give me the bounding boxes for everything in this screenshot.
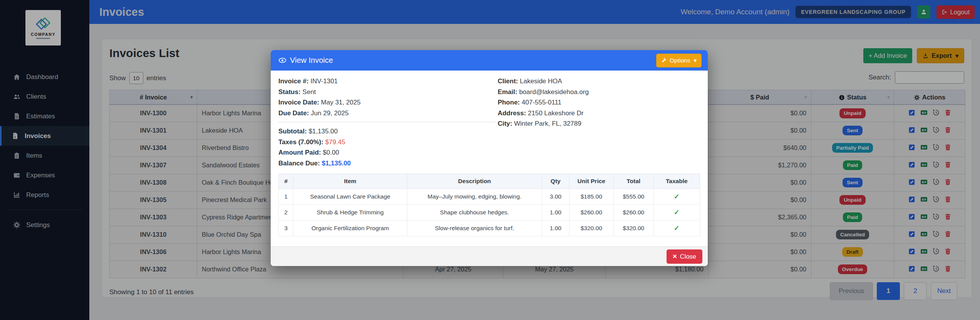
items-header-unit-price: Unit Price — [569, 174, 613, 189]
divider — [278, 122, 498, 122]
client-line: Phone: 407-555-0111 — [498, 97, 700, 108]
view-invoice-modal: View Invoice Options Invoice #: INV-1301… — [271, 50, 708, 266]
item-name: Organic Fertilization Program — [293, 221, 407, 236]
detail-line: Invoice #: INV-1301 — [278, 76, 498, 87]
item-name: Shrub & Hedge Trimming — [293, 205, 407, 221]
taxes-line: Taxes (7.00%): $79.45 — [278, 137, 498, 148]
invoice-details: Invoice #: INV-1301 Status: Sent Invoice… — [278, 76, 498, 168]
item-unit-price: $185.00 — [569, 189, 613, 205]
detail-line: Status: Sent — [278, 87, 498, 98]
taxable-check-icon: ✓ — [674, 209, 680, 216]
item-row: 1 Seasonal Lawn Care Package May–July mo… — [279, 189, 700, 205]
modal-title: View Invoice — [290, 56, 333, 65]
item-total: $260.00 — [613, 205, 653, 221]
app-window: COMPANY Dashboard Clients Estimates Invo… — [0, 0, 980, 320]
taxable-check-icon: ✓ — [674, 224, 680, 232]
items-header-qty: Qty — [542, 174, 569, 189]
taxable-check-icon: ✓ — [674, 193, 680, 200]
subtotal-line: Subtotal: $1,135.00 — [278, 126, 498, 137]
item-num: 3 — [279, 221, 293, 236]
client-line: Client: Lakeside HOA — [498, 76, 700, 87]
client-line: Address: 2150 Lakeshore Dr — [498, 108, 700, 119]
client-details: Client: Lakeside HOA Email: board@lakesi… — [498, 76, 700, 168]
detail-line: Due Date: Jun 29, 2025 — [278, 108, 498, 119]
item-name: Seasonal Lawn Care Package — [293, 189, 407, 205]
item-num: 1 — [279, 189, 293, 205]
items-header-description: Description — [407, 174, 542, 189]
item-qty: 1.00 — [542, 205, 569, 221]
item-description: May–July mowing, edging, blowing. — [407, 189, 542, 205]
options-label: Options — [670, 57, 690, 64]
client-line: City: Winter Park, FL, 32789 — [498, 118, 700, 129]
options-button[interactable]: Options — [656, 54, 702, 67]
item-total: $555.00 — [613, 189, 653, 205]
item-qty: 1.00 — [542, 221, 569, 236]
wrench-icon — [661, 57, 667, 63]
item-total: $320.00 — [613, 221, 653, 236]
item-row: 3 Organic Fertilization Program Slow-rel… — [279, 221, 700, 236]
items-header-row: # Item Description Qty Unit Price Total … — [279, 174, 700, 189]
client-line: Email: board@lakesidehoa.org — [498, 87, 700, 98]
items-header-taxable: Taxable — [653, 174, 700, 189]
eye-icon — [278, 56, 286, 64]
close-button[interactable]: Close — [667, 249, 702, 264]
modal-body: Invoice #: INV-1301 Status: Sent Invoice… — [271, 71, 708, 246]
modal-footer: Close — [271, 246, 708, 266]
item-qty: 3.00 — [542, 189, 569, 205]
amount-paid-line: Amount Paid: $0.00 — [278, 147, 498, 158]
item-row: 2 Shrub & Hedge Trimming Shape clubhouse… — [279, 205, 700, 221]
item-description: Shape clubhouse hedges. — [407, 205, 542, 221]
items-header-num: # — [279, 174, 293, 189]
item-unit-price: $320.00 — [569, 221, 613, 236]
invoice-items-table: # Item Description Qty Unit Price Total … — [278, 173, 700, 236]
modal-header: View Invoice Options — [271, 50, 708, 71]
item-unit-price: $260.00 — [569, 205, 613, 221]
balance-due-line: Balance Due: $1,135.00 — [278, 158, 498, 169]
item-num: 2 — [279, 205, 293, 221]
items-header-item: Item — [293, 174, 407, 189]
items-header-total: Total — [613, 174, 653, 189]
detail-line: Invoice Date: May 31, 2025 — [278, 97, 498, 108]
item-description: Slow-release organics for turf. — [407, 221, 542, 236]
close-label: Close — [680, 253, 696, 260]
